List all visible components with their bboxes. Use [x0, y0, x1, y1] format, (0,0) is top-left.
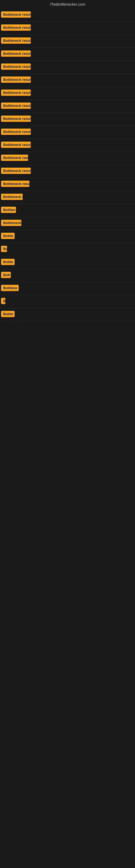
- site-title-wrapper: TheBottlenecker.com: [0, 0, 135, 9]
- bottleneck-badge[interactable]: Bo: [1, 246, 7, 252]
- result-row: Bottleneck result: [0, 139, 135, 152]
- bottleneck-badge[interactable]: Bottlen: [1, 207, 16, 213]
- bottleneck-badge[interactable]: B: [1, 298, 5, 304]
- result-row: Bottleneck resul: [0, 178, 135, 191]
- bottleneck-badge[interactable]: Bottleneck result: [1, 129, 31, 135]
- result-row: Bottleneck result: [0, 35, 135, 48]
- bottleneck-badge[interactable]: Bottleneck result: [1, 37, 31, 44]
- bottleneck-badge[interactable]: Bottle: [1, 311, 14, 317]
- result-row: Bottleneck result: [0, 9, 135, 22]
- bottleneck-badge[interactable]: Bottleneck resul: [1, 181, 30, 187]
- result-row: Bottleneck result: [0, 126, 135, 139]
- result-row: Bottleneck result: [0, 48, 135, 61]
- bottleneck-badge[interactable]: Bottleneck result: [1, 90, 31, 96]
- site-title: TheBottlenecker.com: [0, 0, 135, 9]
- result-row: Bott: [0, 269, 135, 282]
- result-row: Bottleneck result: [0, 22, 135, 35]
- result-row: Bottleneck r: [0, 191, 135, 204]
- bottleneck-badge[interactable]: Bottlene: [1, 285, 18, 291]
- bottleneck-badge[interactable]: Bottleneck: [1, 220, 21, 226]
- result-row: Bottleneck resu: [0, 152, 135, 165]
- bottleneck-badge[interactable]: Bottleneck result: [1, 63, 31, 70]
- result-row: Bottle: [0, 256, 135, 269]
- bottleneck-badge[interactable]: Bottleneck resu: [1, 155, 28, 161]
- bottleneck-badge[interactable]: Bottle: [1, 233, 14, 239]
- result-row: B: [0, 295, 135, 308]
- result-row: Bottle: [0, 308, 135, 321]
- result-row: Bo: [0, 243, 135, 256]
- result-row: Bottlene: [0, 282, 135, 295]
- result-row: Bottleneck result: [0, 61, 135, 74]
- result-row: Bottlen: [0, 204, 135, 217]
- bottleneck-badge[interactable]: Bottleneck result: [1, 142, 31, 148]
- result-row: Bottleneck result: [0, 74, 135, 87]
- bottleneck-badge[interactable]: Bottleneck result: [1, 51, 31, 57]
- bottleneck-badge[interactable]: Bottleneck result: [1, 24, 31, 31]
- result-row: Bottleneck result: [0, 87, 135, 100]
- result-row: Bottleneck result: [0, 113, 135, 126]
- bottleneck-badge[interactable]: Bott: [1, 272, 11, 278]
- bottleneck-badge[interactable]: Bottleneck result: [1, 102, 31, 109]
- result-row: Bottle: [0, 230, 135, 243]
- bottleneck-badge[interactable]: Bottleneck result: [1, 167, 31, 174]
- bottleneck-badge[interactable]: Bottleneck r: [1, 194, 23, 200]
- result-row: Bottleneck result: [0, 165, 135, 178]
- bottleneck-badge[interactable]: Bottleneck result: [1, 76, 31, 83]
- result-row: Bottleneck: [0, 217, 135, 230]
- bottleneck-badge[interactable]: Bottleneck result: [1, 116, 31, 122]
- results-list: Bottleneck resultBottleneck resultBottle…: [0, 9, 135, 321]
- result-row: Bottleneck result: [0, 100, 135, 113]
- bottleneck-badge[interactable]: Bottle: [1, 259, 14, 265]
- bottleneck-badge[interactable]: Bottleneck result: [1, 11, 31, 18]
